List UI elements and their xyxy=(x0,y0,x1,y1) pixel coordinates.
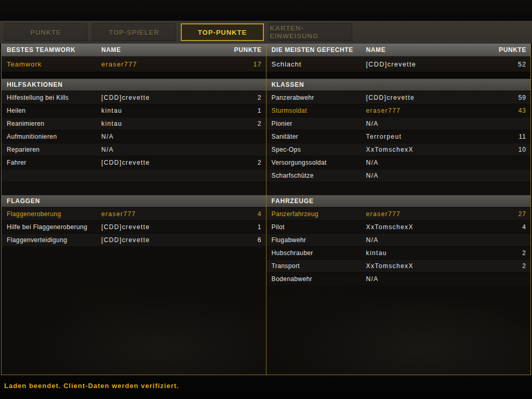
column-header-row: DIE MEISTEN GEFECHTENAMEPUNKTE xyxy=(267,44,531,57)
row-points: 59 xyxy=(484,94,530,101)
table-row: AufmunitionierenN/A xyxy=(2,130,266,143)
row-points: 2 xyxy=(219,159,266,166)
row-points: 4 xyxy=(484,223,530,231)
row-player-name: eraser777 xyxy=(365,107,484,114)
row-label: Heilen xyxy=(2,107,100,114)
table-row: Fahrer[CDD]crevette2 xyxy=(2,156,266,169)
table-row: SanitäterTerrorpeut11 xyxy=(267,130,531,143)
column-header-row: BESTES TEAMWORKNAMEPUNKTE xyxy=(2,44,266,57)
row-label: Versorgungssoldat xyxy=(267,159,365,166)
row-label: Panzerabwehr xyxy=(267,94,365,101)
row-points: 2 xyxy=(219,120,266,127)
best-score-row: Teamworkeraser77717 xyxy=(2,57,266,72)
row-label: Sanitäter xyxy=(267,133,365,140)
row-label: Teamwork xyxy=(2,60,100,68)
table-row: Flaggenverteidigung[CDD]crevette6 xyxy=(2,233,266,246)
table-row: Heilenkintau1 xyxy=(2,104,266,117)
row-points: 43 xyxy=(484,107,530,114)
row-label: Reparieren xyxy=(2,146,100,153)
right-score-panel: DIE MEISTEN GEFECHTENAMEPUNKTESchlacht[C… xyxy=(266,44,531,375)
row-gap xyxy=(267,72,531,78)
row-player-name: N/A xyxy=(365,236,484,244)
row-player-name: [CDD]crevette xyxy=(365,94,484,101)
section-rows: Panzerabwehr[CDD]crevette59Sturmsoldater… xyxy=(267,91,531,195)
table-row: Hilfe bei Flaggeneroberung[CDD]crevette1 xyxy=(2,220,266,233)
top-bar xyxy=(0,0,532,21)
row-points: 2 xyxy=(219,94,266,101)
row-player-name: [CDD]crevette xyxy=(100,94,219,101)
row-points: 52 xyxy=(484,61,530,68)
row-points: 11 xyxy=(484,133,530,140)
row-points: 2 xyxy=(484,262,530,270)
row-label: Flaggeneroberung xyxy=(2,210,100,218)
table-row: ReparierenN/A xyxy=(2,143,266,156)
row-label: Pionier xyxy=(267,120,365,127)
table-row: Reanimierenkintau2 xyxy=(2,117,266,130)
row-points: 1 xyxy=(219,223,266,231)
column-header-name: NAME xyxy=(100,46,219,54)
row-player-name: N/A xyxy=(100,146,219,153)
row-player-name: eraser777 xyxy=(100,210,219,218)
row-player-name: N/A xyxy=(365,172,484,179)
row-player-name: kintau xyxy=(100,120,219,127)
row-label: Hilfe bei Flaggeneroberung xyxy=(2,223,100,231)
table-row: FlugabwehrN/A xyxy=(267,233,531,246)
tab-top-punkte[interactable]: TOP-PUNKTE xyxy=(181,23,264,41)
tab-punkte[interactable]: PUNKTE xyxy=(4,23,87,41)
row-player-name: N/A xyxy=(365,120,484,127)
row-player-name: kintau xyxy=(100,107,219,114)
table-row: Hubschrauberkintau2 xyxy=(267,246,531,259)
tab-top-spieler[interactable]: TOP-SPIELER xyxy=(92,23,176,41)
row-gap xyxy=(2,72,266,78)
table-row: Spec-OpsXxTomschexX10 xyxy=(267,143,531,156)
row-points: 10 xyxy=(484,146,530,153)
table-row-empty xyxy=(2,182,266,195)
row-player-name: eraser777 xyxy=(365,210,484,218)
row-label: Pilot xyxy=(267,223,365,231)
score-tables: BESTES TEAMWORKNAMEPUNKTETeamworkeraser7… xyxy=(1,44,531,375)
table-row: PilotXxTomschexX4 xyxy=(267,220,531,233)
row-points: 27 xyxy=(484,210,530,218)
section-header-hilfsaktionen: HILFSAKTIONEN xyxy=(2,78,266,91)
status-message: Laden beendet. Client-Daten werden verif… xyxy=(4,382,179,390)
row-player-name: [CDD]crevette xyxy=(100,236,219,244)
row-player-name: XxTomschexX xyxy=(365,262,484,270)
tab-bar: PUNKTETOP-SPIELERTOP-PUNKTEKARTEN-EINWEI… xyxy=(0,21,532,44)
table-row: Hilfestellung bei Kills[CDD]crevette2 xyxy=(2,91,266,104)
row-label: Hilfestellung bei Kills xyxy=(2,94,100,101)
table-row-empty xyxy=(2,169,266,182)
row-points: 4 xyxy=(219,210,266,218)
row-label: Spec-Ops xyxy=(267,146,365,153)
row-player-name: eraser777 xyxy=(100,61,219,68)
row-player-name: kintau xyxy=(365,249,484,257)
left-score-panel: BESTES TEAMWORKNAMEPUNKTETeamworkeraser7… xyxy=(2,44,266,375)
section-rows: Panzerfahrzeugeraser77727PilotXxTomschex… xyxy=(267,207,531,285)
column-header-points: PUNKTE xyxy=(219,46,266,54)
table-row: VersorgungssoldatN/A xyxy=(267,156,531,169)
row-player-name: N/A xyxy=(100,133,219,140)
row-label: Reanimieren xyxy=(2,120,100,127)
row-player-name: N/A xyxy=(365,159,484,166)
row-label: Schlacht xyxy=(267,60,365,68)
column-header-name: NAME xyxy=(365,46,484,54)
table-row: Flaggeneroberungeraser7774 xyxy=(2,207,266,220)
table-row: Sturmsoldateraser77743 xyxy=(267,104,531,117)
section-rows: Flaggeneroberungeraser7774Hilfe bei Flag… xyxy=(2,207,266,246)
table-row: ScharfschützeN/A xyxy=(267,169,531,182)
table-row: TransportXxTomschexX2 xyxy=(267,259,531,272)
table-row-empty xyxy=(267,182,531,195)
row-label: Flaggenverteidigung xyxy=(2,236,100,244)
table-row: PionierN/A xyxy=(267,117,531,130)
row-player-name: XxTomschexX xyxy=(365,146,484,153)
tab-karten-einweisung[interactable]: KARTEN-EINWEISUNG xyxy=(269,23,352,41)
scoreboard-screen: PUNKTETOP-SPIELERTOP-PUNKTEKARTEN-EINWEI… xyxy=(0,0,532,399)
row-label: Fahrer xyxy=(2,159,100,166)
row-points: 2 xyxy=(484,249,530,257)
row-player-name: N/A xyxy=(365,275,484,283)
row-player-name: Terrorpeut xyxy=(365,133,484,140)
table-row: BodenabwehrN/A xyxy=(267,272,531,285)
row-player-name: [CDD]crevette xyxy=(100,223,219,231)
column-header-points: PUNKTE xyxy=(484,46,530,54)
row-label: Panzerfahrzeug xyxy=(267,210,365,218)
column-header-category: DIE MEISTEN GEFECHTE xyxy=(267,46,365,54)
